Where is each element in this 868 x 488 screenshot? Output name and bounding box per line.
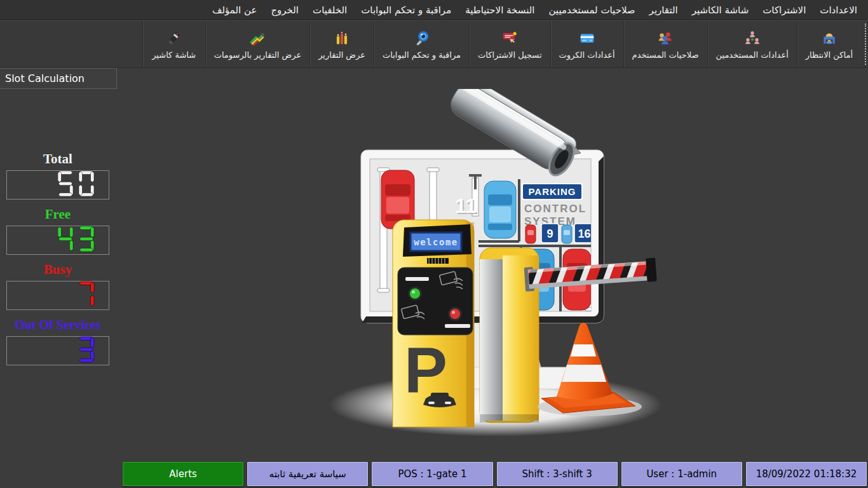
menu-backup[interactable]: النسخة الاحتياطية: [458, 0, 541, 20]
menu-exit[interactable]: الخروج: [264, 0, 306, 20]
status-bar: Alerts سياسة تعريفية ثابته POS : 1-gate …: [123, 462, 867, 486]
user-button[interactable]: User : 1-admin: [621, 462, 742, 486]
screen-car-blue-top: [484, 181, 516, 238]
users-settings-icon: [744, 29, 761, 47]
toolbar-subscription-register[interactable]: تسجيل الاشتراكات: [469, 21, 550, 67]
shift-button[interactable]: Shift : 3-shift 3: [497, 462, 618, 486]
toolbar-label: أعدادات الكروت: [559, 50, 615, 60]
toolbar-cashier-screen[interactable]: شاشة كاشير: [142, 21, 205, 67]
screen-control-text: CONTROL: [524, 203, 587, 215]
screen-slot-number: 11: [455, 194, 477, 217]
toolbar-label: أعدادات المستخدمين: [716, 50, 789, 60]
stat-display-total: [6, 170, 109, 200]
menu-gates-control[interactable]: مراقبة و تحكم البوابات: [354, 0, 458, 20]
menu-bar: الاعدادات الاشتراكات شاشة الكاشير التقار…: [0, 0, 868, 20]
toolbar-label: أماكن الانتظار: [806, 50, 853, 60]
toolbar: أماكن الانتظار أعدادات المستخدمين صلاحيا…: [0, 20, 868, 68]
cards-settings-icon: [579, 29, 595, 47]
pricing-policy-button[interactable]: سياسة تعريفية ثابته: [247, 462, 368, 486]
reports-icon: [334, 29, 350, 47]
toolbar-gates-control[interactable]: مراقبة و تحكم البوابات: [374, 21, 469, 67]
toolbar-label: شاشة كاشير: [152, 50, 196, 60]
stat-label-out-of-services: Out Of Services: [6, 315, 109, 336]
stat-label-free: Free: [6, 204, 109, 226]
toolbar-user-permissions[interactable]: صلاحيات المستخدم: [623, 21, 707, 67]
user-permissions-icon: [657, 29, 674, 47]
datetime-button[interactable]: 18/09/2022 01:18:32: [746, 462, 867, 486]
slot-calculation-title: Slot Calculation: [0, 68, 117, 89]
stat-display-busy: [6, 281, 109, 310]
gates-control-icon: [414, 29, 430, 47]
menu-about[interactable]: عن المؤلف: [205, 0, 264, 20]
screen-parking-badge: PARKING: [528, 186, 576, 197]
screen-red-count: 9: [546, 227, 553, 240]
parking-places-icon: [821, 29, 837, 47]
toolbar-label: عرض التقارير بالرسومات: [214, 50, 302, 60]
toolbar-label: مراقبة و تحكم البوابات: [383, 50, 461, 60]
ticket-kiosk: welcome P: [393, 220, 474, 427]
slot-stats-panel: Total Free Busy Out Of Services: [6, 149, 109, 370]
toolbar-parking-places[interactable]: أماكن الانتظار: [797, 21, 861, 67]
menu-reports[interactable]: التقارير: [642, 0, 685, 20]
toolbar-reports[interactable]: عرض التقارير: [309, 21, 374, 67]
stat-display-out-of-services: [6, 336, 109, 365]
cashier-screen-icon: [166, 29, 182, 47]
menu-settings[interactable]: الاعدادات: [813, 0, 864, 20]
toolbar-charts-reports[interactable]: عرض التقارير بالرسومات: [205, 21, 310, 67]
parking-illustration: 11 11 PARKING CONTROL SYSTEM 9 16: [318, 89, 712, 451]
alerts-button[interactable]: Alerts: [123, 462, 243, 486]
subscription-register-icon: [501, 29, 518, 47]
toolbar-users-settings[interactable]: أعدادات المستخدمين: [707, 21, 797, 67]
menu-user-permissions[interactable]: صلاحيات لمستخدميين: [541, 0, 642, 20]
charts-reports-icon: [249, 29, 266, 47]
stat-label-busy: Busy: [6, 259, 109, 281]
toolbar-label: صلاحيات المستخدم: [632, 50, 699, 60]
stat-display-free: [6, 226, 109, 255]
toolbar-label: عرض التقارير: [318, 50, 365, 60]
menu-backgrounds[interactable]: الخلفيات: [306, 0, 354, 20]
toolbar-dotted-separator: [863, 24, 866, 65]
menu-subscriptions[interactable]: الاشتراكات: [756, 0, 813, 20]
pos-button[interactable]: POS : 1-gate 1: [372, 462, 492, 486]
toolbar-cards-settings[interactable]: أعدادات الكروت: [550, 21, 623, 67]
toolbar-label: تسجيل الاشتراكات: [478, 50, 542, 60]
screen-blue-count: 16: [578, 227, 590, 240]
kiosk-welcome-text: welcome: [414, 237, 458, 247]
menu-cashier-screen[interactable]: شاشة الكاشير: [685, 0, 756, 20]
stat-label-total: Total: [6, 149, 109, 170]
